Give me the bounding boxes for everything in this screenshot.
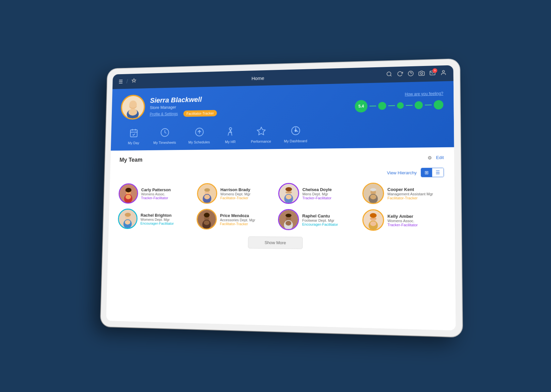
blue-header: Sierra Blackwell Store Manager Profile &… — [111, 81, 454, 151]
mood-score: 5.4 — [355, 100, 368, 113]
show-more-button[interactable]: Show More — [248, 237, 302, 249]
nav-label-my-timesheets: My Timesheets — [153, 140, 176, 144]
member-name: Raphel Cantu — [302, 213, 338, 219]
team-grid: Carly Patterson Womens Assoc. Tracker-Fa… — [118, 183, 444, 231]
list-item: Price Mendoza Accessories Dept. Mgr Faci… — [196, 209, 273, 230]
view-hierarchy-link[interactable]: View Hierarchy — [387, 170, 417, 175]
member-avatar-rachel — [118, 209, 138, 229]
list-item: Cooper Kent Management Assistant Mgr Fac… — [362, 183, 444, 204]
member-role: Management Assistant Mgr — [387, 192, 433, 196]
mood-dot-3 — [414, 101, 422, 109]
member-role: Footwear Dept. Mgr — [302, 218, 338, 222]
mood-section: How are you feeling? 5.4 — [355, 91, 443, 113]
svg-point-58 — [363, 210, 383, 230]
member-role: Accessories Dept. Mgr — [220, 218, 255, 222]
refresh-icon[interactable] — [397, 71, 403, 78]
mood-link[interactable]: How are you feeling? — [355, 91, 443, 98]
nav-label-my-hr: My HR — [225, 140, 236, 144]
svg-line-1 — [390, 75, 391, 76]
user-role: Store Manager — [150, 104, 217, 110]
my-day-icon — [129, 128, 138, 139]
profile-settings-link[interactable]: Profile & Settings — [149, 111, 178, 116]
feature-nav-row: My Day My Timesheets — [120, 121, 444, 151]
svg-point-53 — [279, 210, 298, 229]
mail-icon[interactable]: 9 — [429, 70, 436, 78]
mood-dot-2 — [397, 102, 404, 109]
mood-dot-4 — [434, 100, 443, 109]
member-avatar-chelsea — [278, 183, 299, 204]
member-role: Womens Assoc. — [387, 219, 417, 223]
svg-point-62 — [370, 213, 376, 218]
member-name: Carly Patterson — [141, 187, 171, 192]
user-icon[interactable] — [440, 70, 446, 77]
svg-point-39 — [370, 189, 376, 195]
nav-item-my-day[interactable]: My Day — [120, 125, 147, 147]
list-item: Kelly Amber Womens Assoc. Tracker-Facili… — [362, 209, 444, 231]
nav-label-my-dashboard: My Dashboard — [284, 139, 307, 143]
member-name: Kelly Amber — [387, 214, 417, 219]
help-icon[interactable] — [407, 70, 414, 78]
user-name: Sierra Blackwell — [150, 95, 217, 105]
view-toggle: ⊞ ☰ — [421, 168, 444, 177]
svg-point-5 — [442, 70, 444, 72]
grid-view-button[interactable]: ⊞ — [421, 168, 432, 177]
svg-point-34 — [284, 194, 293, 204]
member-name: Harrison Brady — [220, 187, 250, 192]
profile-section: Sierra Blackwell Store Manager Profile &… — [120, 88, 443, 120]
member-info-kelly: Kelly Amber Womens Assoc. Tracker-Facili… — [387, 214, 418, 227]
svg-point-57 — [285, 214, 291, 217]
my-dashboard-icon — [290, 126, 300, 137]
member-role: Womens Assoc. — [141, 192, 171, 196]
member-avatar-raphel — [278, 209, 299, 230]
nav-item-my-hr[interactable]: My HR — [216, 124, 245, 146]
nav-item-my-timesheets[interactable]: My Timesheets — [147, 125, 182, 147]
member-avatar-kelly — [362, 209, 384, 231]
svg-point-59 — [370, 216, 376, 222]
page-title: Home — [136, 72, 386, 84]
member-type: Encourager-Facilitator — [302, 222, 338, 226]
member-info-raphel: Raphel Cantu Footwear Dept. Mgr Encourag… — [302, 213, 338, 226]
nav-label-my-schedules: My Schedules — [188, 140, 210, 144]
list-item: Carly Patterson Womens Assoc. Tracker-Fa… — [118, 183, 192, 204]
list-item: Harrison Brady Womens Dept. Mgr Facilita… — [197, 183, 273, 204]
svg-point-33 — [286, 189, 291, 195]
pin-icon[interactable] — [131, 78, 136, 84]
section-title: My Team — [119, 156, 143, 163]
member-name: Price Mendoza — [220, 213, 255, 218]
camera-icon[interactable] — [418, 70, 424, 78]
member-type: Encourager-Facilitator — [140, 221, 174, 225]
hamburger-icon[interactable]: ☰ — [118, 79, 123, 85]
nav-item-my-schedules[interactable]: My Schedules — [182, 124, 216, 147]
member-role: Mens Dept. Mgr — [302, 192, 332, 196]
svg-rect-37 — [285, 192, 292, 193]
list-item: Raphel Cantu Footwear Dept. Mgr Encourag… — [278, 209, 357, 231]
nav-item-performance[interactable]: Performance — [244, 123, 277, 146]
mood-connector-3 — [405, 105, 412, 106]
nav-label-performance: Performance — [251, 139, 271, 144]
member-avatar-price — [196, 209, 217, 230]
main-content: My Team ⚙ Edit View Hierarchy ⊞ ☰ — [106, 147, 456, 331]
member-type: Tracker-Facilitator — [387, 222, 418, 227]
member-type: Tracker-Facilitator — [141, 196, 171, 200]
svg-point-32 — [279, 184, 298, 203]
team-section-header: My Team ⚙ Edit — [119, 154, 444, 163]
nav-item-my-dashboard[interactable]: My Dashboard — [277, 123, 314, 146]
member-name: Chelsea Doyle — [302, 187, 332, 192]
mood-connector-4 — [425, 105, 432, 105]
mail-badge: 9 — [432, 68, 437, 73]
search-icon[interactable] — [386, 71, 392, 78]
svg-marker-18 — [257, 127, 265, 135]
member-avatar-cooper — [362, 183, 384, 204]
svg-point-0 — [387, 72, 391, 75]
svg-point-41 — [370, 195, 376, 200]
svg-point-2 — [408, 71, 413, 76]
member-info-carly: Carly Patterson Womens Assoc. Tracker-Fa… — [141, 187, 171, 200]
svg-point-4 — [421, 72, 422, 74]
svg-point-35 — [285, 195, 291, 200]
member-type: Facilitator-Tracker — [220, 222, 255, 226]
mood-connector-2 — [388, 105, 395, 106]
svg-rect-63 — [370, 218, 376, 220]
member-info-rachel: Rachel Brighton Womens Dept. Mgr Encoura… — [140, 213, 174, 225]
list-view-button[interactable]: ☰ — [432, 168, 443, 177]
edit-link[interactable]: Edit — [436, 155, 444, 160]
